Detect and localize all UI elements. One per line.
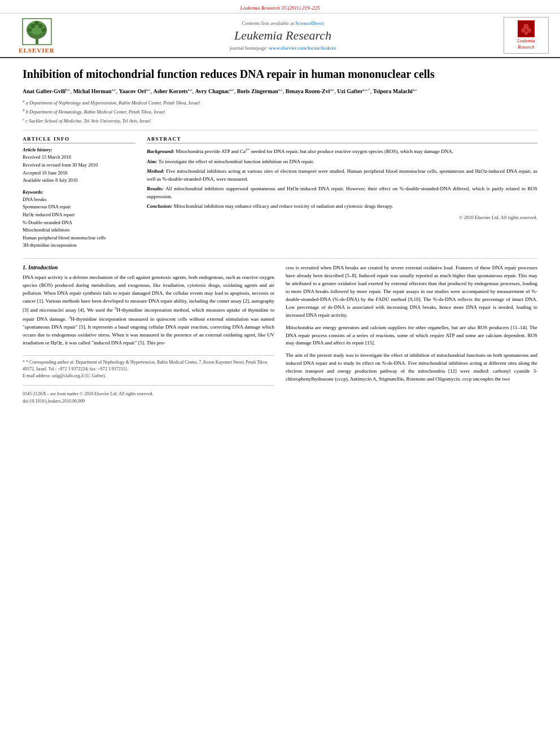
article-info: ARTICLE INFO Article history: Received 1… (23, 136, 135, 250)
keyword-4: Mitochondrial inhibitors (23, 226, 135, 234)
keyword-2: H₂O₂-induced DNA repair (23, 211, 135, 219)
elsevier-brand-text: ELSEVIER (19, 47, 55, 54)
footnote-corresponding: * * Corresponding author at: Department … (23, 359, 274, 373)
divider-footer (23, 385, 274, 386)
abstract-aim: Aim: To investigate the effect of mitoch… (147, 158, 537, 166)
authors-line: Anat Gafter-Gvilib,c, Michal Hermana,c, … (23, 87, 537, 95)
body-col-left: 1. Introduction DNA repair activity is a… (23, 264, 274, 404)
intro-text-right-2: Mitochondria are energy generators and c… (286, 324, 537, 348)
affiliation-b: b b Department of Hematology, Rabin Medi… (23, 108, 537, 116)
affiliation-a: a a Department of Nephrology and Hyperte… (23, 99, 537, 107)
page-container: Leukemia Research 35 (2011) 219–225 (0, 0, 560, 415)
footnote-email: E-mail address: uzig@clalit.org.il (U. G… (23, 373, 274, 379)
science-direct-line: Contents lists available at ScienceDirec… (68, 20, 498, 26)
intro-heading: 1. Introduction (23, 264, 274, 270)
body-col-right: cess is recruited when DNA breaks are cr… (286, 264, 537, 404)
svg-point-13 (527, 28, 531, 33)
received-date: Received 15 March 2010 Received in revis… (23, 154, 135, 184)
science-direct-link[interactable]: ScienceDirect (295, 20, 323, 26)
footnote-email-link[interactable]: uzig@clalit.org.il (52, 373, 84, 378)
article-body: Inhibition of mitochondrial function red… (0, 58, 560, 415)
abstract-title: ABSTRACT (147, 136, 537, 143)
divider-1 (23, 130, 537, 130)
divider-2 (23, 258, 537, 259)
intro-text-right-1: cess is recruited when DNA breaks are cr… (286, 264, 537, 320)
svg-point-9 (41, 28, 45, 32)
affiliation-c: c c Sackler School of Medicine, Tel Aviv… (23, 117, 537, 125)
journal-title: Leukemia Research (68, 28, 498, 43)
keywords-label: Keywords: (23, 189, 135, 195)
copyright-footer: 0145-2126/$ – see front matter © 2010 El… (23, 391, 274, 396)
keyword-0: DNA breaks (23, 196, 135, 204)
keywords-section: Keywords: DNA breaks Spontaneous DNA rep… (23, 189, 135, 250)
journal-homepage: journal homepage: www.elsevier.com/locat… (68, 45, 498, 51)
svg-point-6 (38, 24, 43, 28)
doi-line: doi:10.1016/j.leukres.2010.06.009 (23, 399, 274, 404)
keyword-3: %-Double-stranded-DNA (23, 219, 135, 227)
info-abstract-section: ARTICLE INFO Article history: Received 1… (23, 136, 537, 250)
history-label: Article history: (23, 147, 135, 152)
abstract-method: Method: Five mitochondrial inhibitors ac… (147, 168, 537, 183)
abstract-copyright: © 2010 Elsevier Ltd. All rights reserved… (147, 214, 537, 221)
svg-point-5 (30, 24, 35, 28)
leukemia-logo-text: LeukemiaResearch (517, 38, 535, 50)
keyword-5: Human peripheral blood mononuclear cells (23, 234, 135, 242)
elsevier-logo: ELSEVIER (11, 18, 62, 54)
svg-point-7 (34, 21, 39, 25)
abstract-background: Background: Mitochondria provide ATP and… (147, 147, 537, 156)
abstract-results: Results: All mitochondrial inhibitors su… (147, 185, 537, 200)
abstract-text: Background: Mitochondria provide ATP and… (147, 147, 537, 221)
header-content: ELSEVIER Contents lists available at Sci… (0, 14, 560, 58)
intro-text-right-3: The aim of the present study was to inve… (286, 352, 537, 383)
svg-point-12 (521, 28, 526, 33)
svg-point-8 (28, 28, 32, 32)
abstract-section: ABSTRACT Background: Mitochondria provid… (147, 136, 537, 250)
journal-ref: Leukemia Research 35 (2011) 219–225 (240, 5, 320, 11)
leukemia-logo-graphic (518, 20, 535, 37)
keyword-6: 3H-thymidine incorporation (23, 242, 135, 250)
journal-ref-bar: Leukemia Research 35 (2011) 219–225 (0, 0, 560, 14)
journal-header-center: Contents lists available at ScienceDirec… (62, 20, 504, 51)
article-info-title: ARTICLE INFO (23, 136, 135, 143)
elsevier-tree-icon (21, 18, 53, 46)
svg-point-14 (524, 32, 528, 35)
intro-text-left: DNA repair activity is a defense mechani… (23, 274, 274, 347)
leukemia-research-logo: LeukemiaResearch (504, 17, 549, 54)
abstract-conclusion: Conclusion: Mitochondrial inhibition may… (147, 203, 537, 211)
keyword-1: Spontaneous DNA repair (23, 203, 135, 211)
homepage-url[interactable]: www.elsevier.com/locate/leukres (269, 45, 336, 51)
article-two-col-body: 1. Introduction DNA repair activity is a… (23, 264, 537, 404)
other-word: other (415, 325, 426, 330)
footnote-section: * * Corresponding author at: Department … (23, 355, 274, 379)
article-title: Inhibition of mitochondrial function red… (23, 67, 537, 81)
